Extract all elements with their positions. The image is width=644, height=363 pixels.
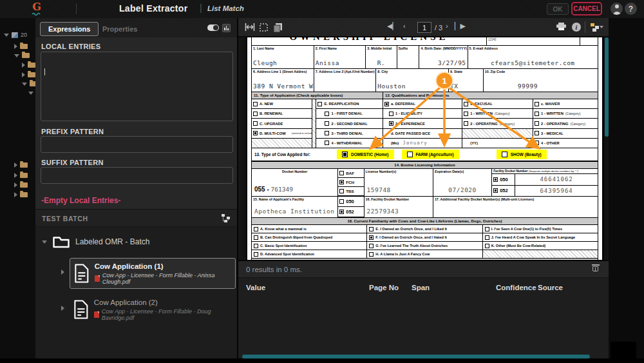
file-title: Cow Application (2) [94, 299, 232, 306]
batch-folder-name: Labeled OMR - Batch [75, 237, 149, 246]
folder-icon [20, 162, 28, 168]
batch-folder-row[interactable]: Labeled OMR - Batch [42, 235, 149, 249]
tree-folder-node[interactable] [28, 89, 33, 97]
tree-folder-node[interactable] [22, 71, 35, 79]
file-path: Cow App - Licensee - Form Fillable - Dou… [102, 308, 232, 321]
expand-arrow-icon[interactable] [61, 306, 64, 311]
folder-icon [20, 44, 28, 49]
expand-arrow-icon[interactable] [4, 34, 9, 37]
pages-icon[interactable] [273, 23, 283, 35]
results-summary-text: 0 results in 0 ms. [246, 266, 302, 273]
form-section-14: Docket Number 055 - 761349 BAFFCHTBS Lic… [252, 169, 598, 197]
document-icon [73, 299, 89, 320]
tree-folder-node[interactable] [14, 172, 28, 179]
next-page-icon[interactable]: › [446, 22, 448, 30]
column-source: Source [538, 284, 563, 291]
batch-file-item-selected[interactable]: Cow Application (1) Cow App - Licensee -… [70, 258, 236, 289]
project-cube-icon [12, 32, 18, 38]
expand-arrow-icon[interactable] [14, 182, 17, 188]
highlighted-cow-type-option[interactable]: FARM (Agriculture) [402, 150, 459, 159]
logo-letter: G [32, 1, 41, 13]
file-title: Cow Application (1) [95, 262, 231, 270]
app-logo[interactable]: G [28, 1, 45, 15]
prev-page-icon[interactable]: ‹ [403, 22, 406, 30]
document-page[interactable]: OWNERSHIP LICENSE 12345 1. Last NameCleu… [246, 37, 603, 260]
panel-tab-bar: Expressions Properties [35, 18, 237, 37]
project-tree-rail: 20 [0, 18, 35, 358]
title-separator: | [200, 3, 202, 13]
highlighted-cow-type-option[interactable]: DOMESTIC (Home) [337, 150, 394, 159]
expand-arrow-icon[interactable] [14, 44, 17, 49]
tree-folder-node[interactable] [22, 61, 35, 69]
form-sections-11-12: A. NEWB. RENEWALC. UPGRADED. MULTI-COW(a… [252, 99, 598, 148]
ok-button[interactable]: OK [547, 3, 569, 15]
bar-chart-icon[interactable] [222, 24, 231, 32]
form-title-clipped: OWNERSHIP LICENSE [252, 37, 486, 43]
tree-root-node[interactable]: 20 [4, 31, 27, 39]
form-row-15-16-17: 15. Name of Applicant's FacilityApotheca… [252, 197, 598, 218]
expand-arrow-icon[interactable] [14, 173, 17, 178]
first-page-icon[interactable]: ◀▏ [387, 22, 398, 30]
user-avatar-icon[interactable] [611, 3, 623, 15]
page-title: Label Extractor [119, 3, 187, 14]
expand-arrow-icon[interactable] [22, 72, 25, 77]
batch-file-item[interactable]: Cow Application (2) Cow App - Licensee -… [70, 294, 236, 325]
pdf-icon [95, 275, 100, 282]
mode-subtitle: List Match [207, 5, 244, 12]
expand-arrow-icon[interactable] [14, 192, 17, 197]
results-panel: 0 results in 0 ms. Value Page No Span Co… [238, 260, 609, 358]
tab-expressions[interactable]: Expressions [40, 22, 99, 36]
prefix-pattern-input[interactable] [41, 136, 233, 153]
expressions-panel: Expressions Properties LOCAL ENTRIES PRE… [35, 18, 238, 358]
tab-properties[interactable]: Properties [95, 22, 145, 36]
panel-toggle-switch[interactable] [207, 25, 219, 31]
tree-folder-node[interactable] [14, 43, 28, 50]
expand-arrow-icon[interactable] [22, 83, 27, 86]
text-caret [44, 68, 45, 75]
expand-arrow-icon[interactable] [22, 63, 25, 68]
expand-arrow-icon[interactable] [61, 270, 64, 275]
file-path: Cow App - Licensee - Form Fillable - Ani… [102, 272, 231, 285]
folder-icon [28, 63, 35, 68]
expand-arrow-icon[interactable] [14, 54, 19, 57]
last-page-icon[interactable]: ▏▶ [455, 22, 466, 30]
document-viewer-region: ◀▏ ‹ / 3 › ▏▶ i OWNERSHIP LICENSE 12345 [238, 18, 609, 358]
form-section-18: A. Know what a mammal isB. Can Distingui… [252, 225, 598, 259]
column-value: Value [246, 284, 369, 291]
folder-icon [20, 192, 28, 197]
results-summary-bar: 0 results in 0 ms. [238, 261, 609, 278]
tree-folder-node[interactable] [14, 181, 28, 189]
tree-folder-node[interactable] [22, 80, 35, 88]
toolbar-divider [585, 21, 585, 33]
page-number-input[interactable] [417, 22, 431, 33]
viewer-toolbar: ◀▏ ‹ / 3 › ▏▶ i [238, 18, 609, 37]
help-icon[interactable]: ? [625, 3, 637, 15]
expand-arrow-icon[interactable] [14, 162, 17, 168]
marquee-select-icon[interactable] [259, 23, 269, 35]
document-canvas[interactable]: OWNERSHIP LICENSE 12345 1. Last NameCleu… [238, 37, 609, 260]
label-extractor-window: G Label Extractor | List Match OK CANCEL… [0, 0, 644, 363]
batch-hierarchy-icon[interactable] [221, 213, 231, 226]
bottom-edge [0, 358, 644, 363]
test-batch-label: TEST BATCH [42, 215, 88, 222]
clear-results-icon[interactable] [592, 266, 598, 271]
fit-width-icon[interactable] [245, 23, 255, 34]
suffix-pattern-input[interactable] [41, 167, 233, 184]
suffix-pattern-label: SUFFIX PATTERN [41, 159, 104, 166]
info-icon[interactable]: i [572, 23, 581, 32]
topbar-divider [76, 3, 77, 14]
highlighted-cow-type-option[interactable]: SHOW (Beauty) [497, 150, 547, 159]
cancel-button[interactable]: CANCEL [571, 2, 602, 15]
form-row-identity: 1. Last NameCleugh 2. First NameAnissa 3… [252, 46, 598, 69]
empty-entries-message: -Empty Local Entries- [41, 196, 120, 205]
expand-arrow-icon[interactable] [28, 92, 33, 95]
local-entries-input[interactable] [41, 52, 233, 121]
prefix-pattern-label: PREFIX PATTERN [41, 128, 104, 135]
tree-folder-node[interactable] [14, 191, 28, 199]
column-confidence: Confidence [496, 284, 538, 291]
tree-folder-node[interactable] [14, 52, 30, 59]
expand-arrow-icon[interactable] [42, 240, 47, 244]
tree-folder-node[interactable] [14, 161, 28, 169]
batch-file-list: Labeled OMR - Batch Cow Application (1) … [35, 227, 237, 358]
view-layout-icon[interactable] [590, 23, 604, 35]
